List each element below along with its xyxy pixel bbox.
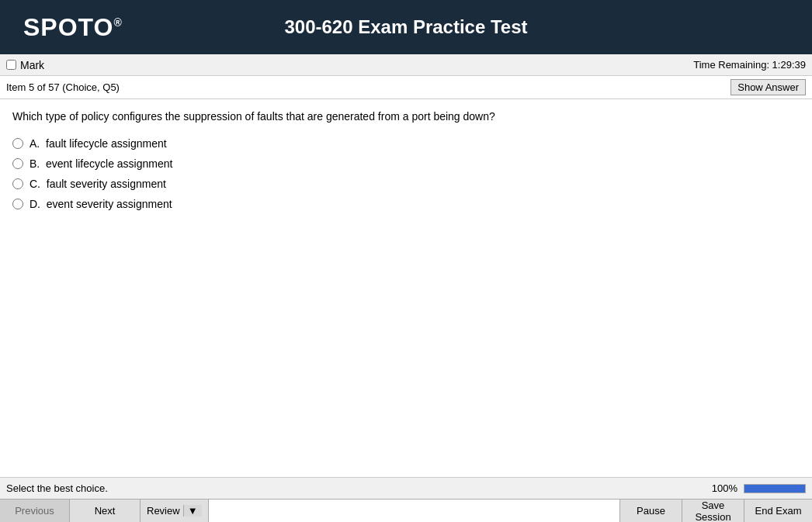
mark-label: Mark — [20, 59, 44, 71]
progress-bar-background — [744, 484, 806, 493]
choice-radio-a[interactable] — [12, 138, 23, 149]
show-answer-button[interactable]: Show Answer — [730, 79, 806, 95]
footer-spacer — [209, 500, 620, 522]
choice-label-d: D. event severity assignment — [29, 198, 172, 210]
choice-row-d: D. event severity assignment — [12, 198, 800, 210]
choice-row-b: B. event lifecycle assignment — [12, 157, 800, 170]
choice-label-a: A. fault lifecycle assignment — [29, 137, 167, 150]
progress-area: 100% — [712, 482, 806, 494]
end-exam-button[interactable]: End Exam — [744, 500, 812, 522]
review-dropdown-arrow[interactable]: ▼ — [183, 505, 202, 517]
page-title: 300-620 Exam Practice Test — [284, 16, 527, 38]
review-button[interactable]: Review ▼ — [141, 500, 209, 522]
toolbar: Mark Time Remaining: 1:29:39 — [0, 54, 812, 76]
status-text: Select the best choice. — [6, 482, 108, 494]
next-button[interactable]: Next — [70, 500, 141, 522]
mark-area: Mark — [6, 59, 44, 71]
progress-percent: 100% — [712, 482, 737, 494]
item-info-bar: Item 5 of 57 (Choice, Q5) Show Answer — [0, 76, 812, 99]
choice-row-a: A. fault lifecycle assignment — [12, 137, 800, 150]
header: SPOTO® 300-620 Exam Practice Test — [0, 0, 812, 54]
save-session-button[interactable]: Save Session — [682, 500, 744, 522]
choice-radio-b[interactable] — [12, 158, 23, 169]
choice-label-b: B. event lifecycle assignment — [29, 157, 172, 170]
choice-label-c: C. fault severity assignment — [29, 178, 166, 190]
question-area: Which type of policy configures the supp… — [0, 99, 812, 477]
status-bar: Select the best choice. 100% — [0, 477, 812, 499]
item-label: Item 5 of 57 (Choice, Q5) — [6, 81, 120, 93]
footer: Previous Next Review ▼ Pause Save Sessio… — [0, 499, 812, 522]
mark-checkbox[interactable] — [6, 60, 16, 70]
choice-radio-d[interactable] — [12, 199, 23, 209]
time-remaining: Time Remaining: 1:29:39 — [693, 59, 806, 71]
progress-bar-fill — [744, 485, 805, 493]
question-text: Which type of policy configures the supp… — [12, 109, 800, 125]
choice-radio-c[interactable] — [12, 178, 23, 189]
pause-button[interactable]: Pause — [619, 500, 682, 522]
logo: SPOTO® — [23, 13, 123, 42]
choice-row-c: C. fault severity assignment — [12, 178, 800, 190]
review-label: Review — [147, 505, 180, 517]
previous-button[interactable]: Previous — [0, 500, 70, 522]
